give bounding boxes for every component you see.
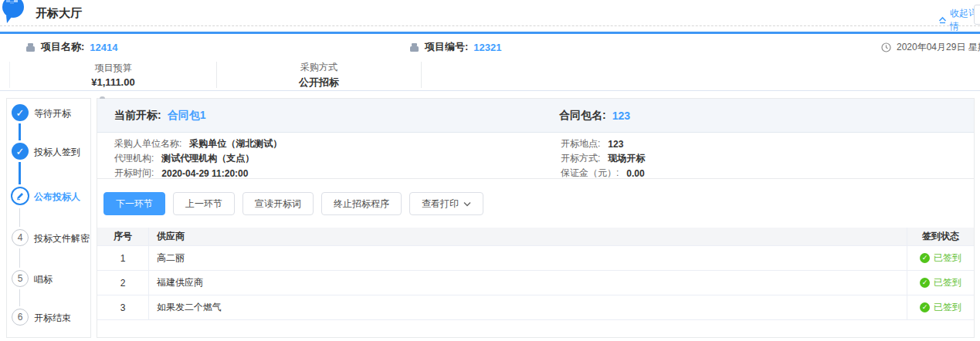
col-header-status: 签到状态: [907, 228, 974, 245]
project-summary-bar: 项目预算 ¥1,111.00 采购方式 公开招标: [0, 60, 980, 91]
chevron-down-icon: [463, 201, 471, 207]
bid-steps-sidebar: ✓ 等待开标 ✓ 投标人签到 公布投标人 4 投标文件解密 5 唱标 6 开标结…: [6, 98, 91, 338]
step-3-active-icon: [11, 187, 29, 205]
step-4-label: 投标文件解密: [34, 232, 90, 245]
step-3-label: 公布投标人: [34, 191, 80, 204]
sign-in-status: 已签到: [934, 301, 961, 314]
package-name-label: 合同包名:: [559, 109, 606, 123]
opening-method-value: 现场开标: [608, 152, 645, 165]
supplier-table: 序号 供应商 签到状态 1 高二丽 ✓ 已签到 2 福建供应商 ✓ 已签到 3 …: [97, 228, 974, 320]
opening-method-row: 开标方式: 现场开标: [561, 153, 645, 164]
signed-in-check-icon: ✓: [920, 278, 930, 288]
table-row: 2 福建供应商 ✓ 已签到: [97, 271, 974, 295]
project-name-label: 项目名称:: [41, 40, 84, 54]
project-code-label: 项目编号:: [425, 40, 468, 54]
page-title: 开标大厅: [36, 6, 82, 21]
table-row: 3 如果发二个燃气 ✓ 已签到: [97, 295, 974, 320]
terminate-procedure-label: 终止招标程序: [334, 198, 389, 211]
step-2-done-icon: ✓: [12, 143, 29, 160]
current-opening-label: 当前开标:: [114, 109, 161, 123]
signed-in-check-icon: ✓: [920, 302, 930, 312]
step-6-number: 6: [12, 309, 29, 326]
step-1-done-icon: ✓: [12, 104, 29, 121]
terminate-procedure-button[interactable]: 终止招标程序: [321, 192, 402, 215]
deposit-value: 0.00: [626, 168, 644, 179]
step-connector: [19, 123, 21, 140]
project-icon: [25, 42, 36, 52]
package-name-value[interactable]: 123: [612, 110, 630, 122]
step-connector: [19, 162, 21, 184]
next-step-button[interactable]: 下一环节: [103, 192, 165, 215]
next-step-label: 下一环节: [116, 198, 153, 211]
opening-time-row: 开标时间: 2020-04-29 11:20:00: [114, 167, 282, 179]
panel-header: 当前开标: 合同包1 合同包名: 123: [97, 99, 974, 133]
sign-in-status: 已签到: [934, 276, 961, 289]
row-index: 2: [97, 271, 149, 295]
top-header: 开标大厅 收起详情: [0, 0, 980, 26]
step-6-label: 开标结束: [34, 312, 71, 325]
collapsed-panel-edge[interactable]: [974, 5, 980, 25]
read-opening-speech-button[interactable]: 宣读开标词: [242, 192, 314, 215]
step-connector: [19, 208, 20, 227]
step-4-number: 4: [12, 229, 29, 246]
col-header-supplier: 供应商: [149, 228, 907, 245]
prev-step-label: 上一环节: [185, 198, 222, 211]
signed-in-check-icon: ✓: [920, 253, 930, 263]
project-budget-column: 项目预算 ¥1,111.00: [9, 62, 216, 88]
project-name-value[interactable]: 12414: [90, 42, 117, 53]
action-buttons: 下一环节 上一环节 宣读开标词 终止招标程序 查看打印: [103, 192, 974, 215]
table-header-row: 序号 供应商 签到状态: [97, 228, 974, 246]
read-opening-speech-label: 宣读开标词: [255, 198, 301, 211]
row-index: 1: [97, 246, 149, 270]
agency-row: 代理机构: 测试代理机构（支点）: [114, 153, 282, 164]
opening-place-value: 123: [608, 139, 623, 150]
step-5-number: 5: [12, 270, 29, 287]
step-1-label: 等待开标: [34, 107, 71, 120]
view-print-button[interactable]: 查看打印: [409, 192, 483, 215]
method-label: 采购方式: [300, 61, 337, 74]
current-opening-value[interactable]: 合同包1: [168, 109, 206, 123]
bid-opening-panel: 当前开标: 合同包1 合同包名: 123 采购人单位名称: 采购单位（湖北测试）…: [97, 98, 975, 338]
procurement-method-column: 采购方式 公开招标: [216, 62, 421, 88]
deposit-label: 保证金（元）:: [561, 167, 619, 180]
clock-icon: [881, 42, 891, 52]
step-2-label: 投标人签到: [34, 146, 80, 159]
table-row: 1 高二丽 ✓ 已签到: [97, 246, 974, 271]
step-connector: [19, 289, 20, 306]
supplier-name: 福建供应商: [149, 271, 907, 295]
sign-in-status: 已签到: [934, 252, 961, 265]
supplier-name: 如果发二个燃气: [149, 295, 907, 319]
opening-details: 采购人单位名称: 采购单位（湖北测试） 代理机构: 测试代理机构（支点） 开标时…: [97, 133, 974, 179]
app-logo-icon: [2, 0, 26, 23]
opening-place-label: 开标地点:: [561, 137, 600, 150]
opening-place-row: 开标地点: 123: [561, 138, 645, 150]
project-code-value[interactable]: 12321: [473, 42, 501, 53]
row-index: 3: [97, 295, 149, 319]
edit-icon: [15, 191, 25, 201]
chevron-up-icon: [938, 16, 947, 24]
col-header-index: 序号: [97, 228, 149, 245]
method-value: 公开招标: [299, 76, 339, 89]
deposit-row: 保证金（元）: 0.00: [561, 167, 645, 179]
opening-time-label: 开标时间:: [114, 167, 154, 180]
project-info-bar: 项目名称: 12414 项目编号: 12321 2020年04月29日 星期三 …: [0, 32, 980, 60]
budget-value: ¥1,111.00: [91, 76, 134, 88]
view-print-label: 查看打印: [422, 198, 459, 211]
purchaser-label: 采购人单位名称:: [114, 137, 181, 150]
project-code-icon: [409, 42, 419, 52]
budget-label: 项目预算: [95, 62, 132, 75]
step-5-label: 唱标: [34, 273, 53, 286]
opening-method-label: 开标方式:: [561, 152, 600, 165]
opening-time-value: 2020-04-29 11:20:00: [161, 168, 248, 179]
supplier-name: 高二丽: [149, 246, 907, 270]
step-connector: [19, 248, 20, 268]
empty-column: [421, 62, 980, 88]
agency-value: 测试代理机构（支点）: [161, 152, 254, 165]
purchaser-value: 采购单位（湖北测试）: [189, 137, 282, 150]
prev-step-button[interactable]: 上一环节: [173, 192, 235, 215]
purchaser-row: 采购人单位名称: 采购单位（湖北测试）: [114, 138, 282, 150]
current-datetime: 2020年04月29日 星期三 15: [897, 41, 980, 54]
agency-label: 代理机构:: [114, 152, 154, 165]
